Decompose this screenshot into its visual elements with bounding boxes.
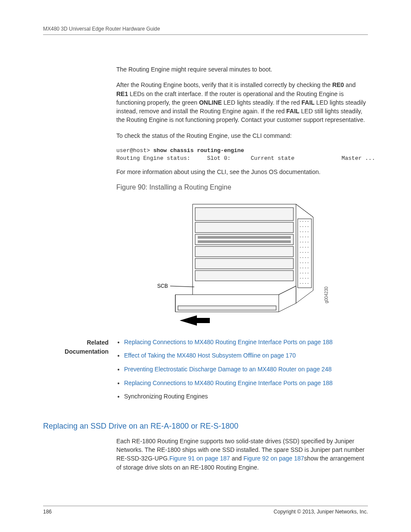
svg-line-69 xyxy=(170,286,194,287)
figure-link[interactable]: Figure 92 on page 187 xyxy=(243,455,304,462)
svg-point-12 xyxy=(300,231,301,232)
paragraph: Each RE-1800 Routing Engine supports two… xyxy=(116,437,368,472)
cli-block: user@host> show chassis routing-engine R… xyxy=(116,147,368,162)
svg-point-26 xyxy=(305,247,306,248)
doc-link[interactable]: Replacing Connections to MX480 Routing E… xyxy=(124,380,333,386)
svg-point-29 xyxy=(302,252,303,253)
led-name: RE1 xyxy=(116,90,128,97)
svg-rect-58 xyxy=(195,234,293,245)
related-documentation: Related Documentation Replacing Connecti… xyxy=(43,338,368,406)
doc-link[interactable]: Effect of Taking the MX480 Host Subsyste… xyxy=(124,352,296,359)
svg-point-34 xyxy=(305,257,306,258)
body-column: The Routing Engine might require several… xyxy=(116,65,368,330)
svg-rect-60 xyxy=(195,258,293,269)
text: After the Routing Engine boots, verify t… xyxy=(116,81,332,88)
svg-point-39 xyxy=(308,262,308,263)
svg-point-53 xyxy=(302,283,303,284)
doc-link[interactable]: Preventing Electrostatic Discharge Damag… xyxy=(124,366,332,373)
svg-point-24 xyxy=(300,247,301,248)
figure-link[interactable]: Figure 91 on page 187 xyxy=(169,455,230,462)
svg-rect-62 xyxy=(198,236,291,239)
svg-point-45 xyxy=(302,273,303,274)
svg-rect-59 xyxy=(195,246,293,257)
svg-point-32 xyxy=(300,257,301,258)
svg-point-38 xyxy=(305,262,306,263)
svg-point-5 xyxy=(302,221,303,222)
svg-point-27 xyxy=(308,247,308,248)
svg-point-52 xyxy=(300,283,301,284)
page: MX480 3D Universal Edge Router Hardware … xyxy=(0,0,411,532)
svg-point-47 xyxy=(308,273,308,274)
svg-point-17 xyxy=(302,236,303,237)
svg-point-20 xyxy=(300,242,301,243)
svg-point-13 xyxy=(302,231,303,232)
svg-point-41 xyxy=(302,268,303,268)
svg-point-14 xyxy=(305,231,306,232)
running-head: MX480 3D Universal Edge Router Hardware … xyxy=(43,26,368,32)
svg-line-2 xyxy=(296,204,313,217)
svg-point-9 xyxy=(302,226,303,227)
svg-point-31 xyxy=(308,252,308,253)
led-name: RE0 xyxy=(332,81,344,88)
related-label-line2: Documentation xyxy=(65,348,109,355)
svg-point-10 xyxy=(305,226,306,227)
related-list: Replacing Connections to MX480 Routing E… xyxy=(116,338,368,406)
svg-point-40 xyxy=(300,268,301,268)
svg-rect-61 xyxy=(195,271,293,281)
list-item: Synchronizing Routing Engines xyxy=(124,392,368,401)
svg-point-43 xyxy=(308,268,308,268)
list-item: Replacing Connections to MX480 Routing E… xyxy=(124,338,368,347)
section-heading: Replacing an SSD Drive on an RE-A-1800 o… xyxy=(43,422,368,431)
page-number: 186 xyxy=(43,509,52,515)
insert-arrow-icon xyxy=(180,315,210,326)
body-column: Each RE-1800 Routing Engine supports two… xyxy=(116,437,368,472)
cli-prompt: user@host> xyxy=(116,147,150,154)
svg-point-19 xyxy=(308,236,308,237)
svg-point-37 xyxy=(302,262,303,263)
list-item-text: Synchronizing Routing Engines xyxy=(124,393,208,400)
svg-point-48 xyxy=(300,278,301,279)
svg-point-21 xyxy=(302,242,303,243)
svg-point-18 xyxy=(305,236,306,237)
svg-point-7 xyxy=(308,221,308,222)
footer: 186 Copyright © 2013, Juniper Networks, … xyxy=(43,506,368,515)
header-rule xyxy=(43,34,368,35)
paragraph: The Routing Engine might require several… xyxy=(116,65,368,74)
svg-point-6 xyxy=(305,221,306,222)
svg-point-46 xyxy=(305,273,306,274)
svg-rect-68 xyxy=(178,306,276,310)
svg-point-51 xyxy=(308,278,308,279)
figure: SCB g004230 xyxy=(116,196,368,330)
list-item: Effect of Taking the MX480 Host Subsyste… xyxy=(124,352,368,360)
svg-point-8 xyxy=(300,226,301,227)
figure-id: g004230 xyxy=(324,286,329,303)
svg-point-15 xyxy=(308,231,308,232)
led-name: FAIL xyxy=(286,108,299,115)
svg-point-49 xyxy=(302,278,303,279)
related-label: Related Documentation xyxy=(43,338,116,356)
paragraph: After the Routing Engine boots, verify t… xyxy=(116,81,368,124)
router-illustration-icon: SCB g004230 xyxy=(149,196,335,329)
svg-point-42 xyxy=(305,268,306,268)
svg-point-36 xyxy=(300,262,301,263)
svg-point-55 xyxy=(308,283,308,284)
svg-point-35 xyxy=(308,257,308,258)
led-name: FAIL xyxy=(302,99,314,106)
cli-command: show chassis routing-engine xyxy=(150,147,244,154)
svg-point-30 xyxy=(305,252,306,253)
svg-point-4 xyxy=(300,221,301,222)
svg-point-11 xyxy=(308,226,308,227)
paragraph: For more information about using the CLI… xyxy=(116,168,368,176)
svg-point-16 xyxy=(300,236,301,237)
svg-point-54 xyxy=(305,283,306,284)
footer-rule xyxy=(43,506,368,506)
doc-link[interactable]: Replacing Connections to MX480 Routing E… xyxy=(124,339,333,345)
list-item: Replacing Connections to MX480 Routing E… xyxy=(124,379,368,388)
svg-point-33 xyxy=(302,257,303,258)
related-label-line1: Related xyxy=(87,339,109,346)
svg-point-50 xyxy=(305,278,306,279)
svg-point-23 xyxy=(308,242,308,243)
paragraph: To check the status of the Routing Engin… xyxy=(116,131,368,140)
text: and xyxy=(344,81,355,88)
svg-rect-3 xyxy=(298,219,311,288)
